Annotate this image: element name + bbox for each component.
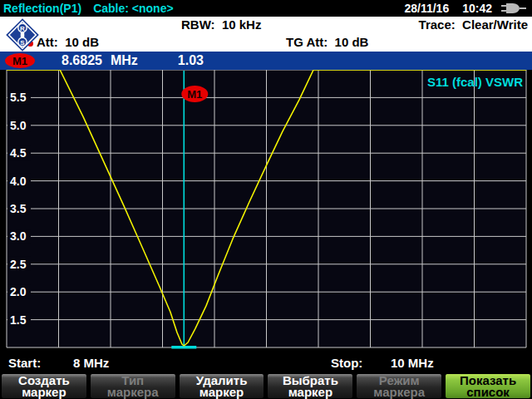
softkey-label: маркера [373,387,425,398]
svg-text:M1: M1 [187,88,202,101]
svg-text:1.5: 1.5 [10,313,27,327]
rbw-setting: RBW: 10 kHz [181,17,261,32]
time-text: 10:42 [462,2,492,15]
settings-row-2: Att: 10 dB TG Att: 10 dB [0,34,532,52]
rohde-schwarz-logo-icon: R S [3,18,42,55]
start-freq-label: Start: [8,356,41,370]
marker-frequency-unit: MHz [111,53,138,68]
softkey-label: список [466,387,510,398]
ac-power-plug-icon [500,2,527,14]
trace-mode-setting: Trace: Clear/Write [419,17,528,32]
softkey-new-marker[interactable]: Создать маркер [1,373,87,399]
date-text: 28/11/16 [404,2,449,15]
title-bar: Reflection(P1) Cable: <none> 28/11/16 10… [0,0,532,17]
vswr-trace-chart: 5.55.04.54.03.53.02.52.01.5M1S11 (fcal) … [0,70,532,354]
softkey-label: маркер [200,387,244,398]
softkey-bar: Создать маркер Тип маркера Удалить марке… [0,372,532,399]
stop-freq-value: 10 MHz [391,356,434,370]
marker-m1-badge: M1 [5,53,35,68]
stop-freq-label: Stop: [331,356,362,370]
svg-text:S: S [20,39,25,47]
cable-status: Cable: <none> [93,2,173,15]
frequency-range-bar: Start: 8 MHz Stop: 10 MHz [0,354,532,372]
measurement-title: Reflection(P1) [3,2,81,15]
svg-text:S11 (fcal) VSWR: S11 (fcal) VSWR [427,75,523,89]
softkey-marker-type[interactable]: Тип маркера [90,373,176,399]
svg-text:R: R [20,25,25,32]
svg-text:4.0: 4.0 [10,175,27,188]
softkey-show-list[interactable]: Показать список [445,373,531,399]
svg-text:3.0: 3.0 [10,229,27,243]
svg-text:5.5: 5.5 [10,91,27,104]
marker-readout-bar: M1 8.6825 MHz 1.03 [0,52,532,70]
svg-text:5.0: 5.0 [10,119,27,132]
analyzer-screen: Reflection(P1) Cable: <none> 28/11/16 10… [0,0,532,399]
softkey-delete-marker[interactable]: Удалить маркер [179,373,265,399]
attenuation-setting: Att: 10 dB [37,35,99,49]
softkey-marker-mode[interactable]: Режим маркера [356,373,442,399]
start-freq-value: 8 MHz [73,356,109,370]
tg-attenuation-setting: TG Att: 10 dB [286,35,368,49]
marker-frequency: 8.6825 [62,53,102,68]
svg-text:3.5: 3.5 [10,202,27,215]
marker-vswr-value: 1.03 [178,53,204,68]
svg-text:2.0: 2.0 [10,285,27,298]
softkey-select-marker[interactable]: Выбрать маркер [267,373,353,399]
settings-row-1: RBW: 10 kHz Trace: Clear/Write [0,17,532,34]
svg-text:2.5: 2.5 [10,258,27,271]
softkey-label: маркер [288,387,332,398]
softkey-label: маркер [22,387,66,398]
softkey-label: маркера [107,387,159,398]
svg-text:4.5: 4.5 [10,146,27,160]
